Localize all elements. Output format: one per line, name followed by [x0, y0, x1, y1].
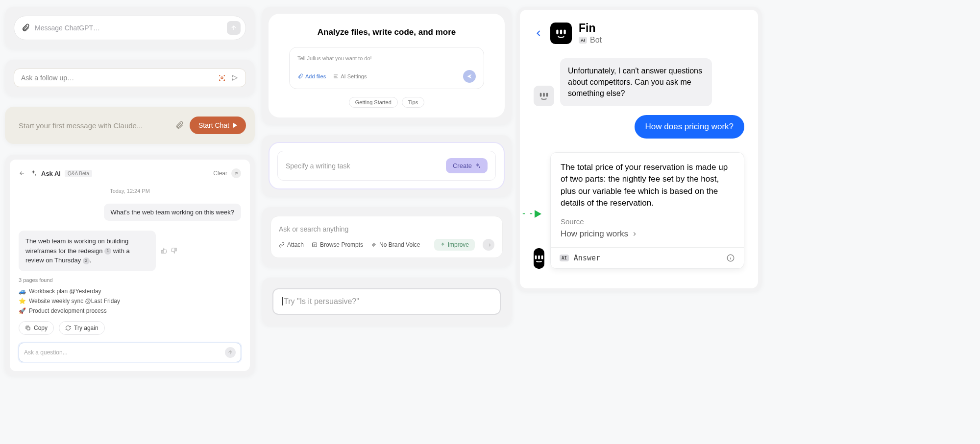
- followup-placeholder: Ask a follow up…: [21, 74, 213, 82]
- julius-card: Analyze files, write code, and more Tell…: [262, 7, 512, 124]
- persuasive-placeholder: Try "Is it persuasive?": [284, 297, 359, 305]
- svg-point-0: [221, 77, 223, 79]
- fin-message-1: Unfortunately, I can't answer questions …: [534, 58, 744, 106]
- fin-answer-card: The total price of your reservation is m…: [550, 152, 744, 269]
- ref-badge-1[interactable]: 1: [104, 248, 111, 255]
- search-box[interactable]: Ask or search anything Attach Browse Pro…: [270, 216, 503, 258]
- persuasive-input[interactable]: Try "Is it persuasive?": [272, 288, 501, 315]
- improve-label: Improve: [448, 241, 469, 248]
- chip-getting-started[interactable]: Getting Started: [349, 97, 398, 108]
- answer-footer: AI Answer: [551, 247, 744, 268]
- send-button[interactable]: [225, 347, 236, 358]
- attach-icon[interactable]: [21, 23, 30, 32]
- search-placeholder: Ask or search anything: [279, 223, 494, 239]
- source-label: Source: [561, 216, 734, 227]
- arrow-indicator: - -: [522, 209, 541, 219]
- thumbs-down-icon[interactable]: [171, 247, 177, 254]
- ai-badge: AI: [579, 37, 587, 44]
- page-text: Workback plan @Yesterday: [29, 288, 101, 295]
- fin-bot-message: Unfortunately, I can't answer questions …: [560, 58, 712, 106]
- improve-button[interactable]: Improve: [434, 239, 475, 251]
- ai-settings-button[interactable]: AI Settings: [333, 73, 367, 79]
- page-text: Product development process: [29, 307, 107, 314]
- add-files-button[interactable]: Add files: [297, 73, 326, 79]
- svg-rect-11: [541, 255, 543, 259]
- timestamp: Today, 12:24 PM: [19, 188, 241, 194]
- browse-prompts-button[interactable]: Browse Prompts: [312, 241, 363, 248]
- add-files-label: Add files: [305, 73, 326, 79]
- back-icon[interactable]: [534, 28, 543, 38]
- fin-card: Fin AI Bot Unfortunately, I can't answer…: [517, 7, 762, 291]
- info-icon[interactable]: [726, 254, 735, 262]
- fin-logo: [550, 23, 572, 44]
- voice-label: No Brand Voice: [379, 241, 420, 248]
- answer-label: Answer: [574, 254, 600, 262]
- ai-badge: AI: [560, 255, 569, 261]
- send-button[interactable]: [227, 21, 241, 35]
- send-button[interactable]: [483, 239, 494, 251]
- claude-placeholder[interactable]: Start your first message with Claude...: [14, 121, 169, 130]
- page-emoji: 🚀: [19, 307, 26, 314]
- ref-badge-2[interactable]: 2: [83, 257, 90, 264]
- svg-rect-8: [546, 93, 548, 96]
- pages-found: 3 pages found: [19, 277, 241, 283]
- send-button[interactable]: [463, 70, 476, 83]
- ai-settings-label: AI Settings: [341, 73, 367, 79]
- page-emoji: 🚙: [19, 288, 26, 295]
- bot-label: Bot: [590, 36, 602, 45]
- search-card: Ask or search anything Attach Browse Pro…: [262, 207, 512, 267]
- askai-input[interactable]: Ask a question...: [19, 343, 241, 362]
- user-message: How does pricing work?: [635, 115, 744, 139]
- create-label: Create: [453, 162, 472, 169]
- attach-label: Attach: [287, 241, 304, 248]
- julius-input-box[interactable]: Tell Julius what you want to do! Add fil…: [289, 47, 484, 89]
- svg-rect-9: [535, 255, 537, 259]
- expand-icon[interactable]: [231, 168, 241, 178]
- claude-card: Start your first message with Claude... …: [5, 107, 255, 144]
- user-message: What's the web team working on this week…: [104, 204, 242, 221]
- tryagain-label: Try again: [74, 325, 98, 331]
- start-chat-label: Start Chat: [198, 121, 229, 129]
- chevron-right-icon: [631, 231, 638, 237]
- svg-rect-3: [556, 29, 558, 34]
- fin-header: Fin AI Bot: [534, 22, 744, 45]
- source-link-text: How pricing works: [561, 228, 628, 240]
- followup-card: Ask a follow up…: [5, 60, 255, 96]
- svg-rect-10: [538, 255, 540, 259]
- julius-title: Analyze files, write code, and more: [289, 27, 484, 37]
- play-icon: [233, 123, 237, 128]
- sparkle-icon: [29, 169, 37, 177]
- page-result-3[interactable]: 🚀Product development process: [19, 307, 241, 314]
- create-button[interactable]: Create: [446, 158, 488, 173]
- writing-card: Specify a writing task Create: [262, 135, 512, 196]
- answer-text-3: .: [90, 257, 92, 264]
- page-result-1[interactable]: 🚙Workback plan @Yesterday: [19, 288, 241, 295]
- svg-rect-5: [564, 29, 565, 34]
- svg-rect-1: [27, 327, 30, 330]
- thumbs-up-icon[interactable]: [161, 247, 168, 254]
- brand-voice-button[interactable]: No Brand Voice: [371, 241, 420, 248]
- start-chat-button[interactable]: Start Chat: [190, 117, 246, 134]
- attach-button[interactable]: Attach: [279, 241, 304, 248]
- source-link[interactable]: How pricing works: [561, 228, 734, 240]
- page-result-2[interactable]: ⭐Website weekly sync @Last Friday: [19, 298, 241, 304]
- fin-name: Fin: [579, 22, 602, 35]
- attach-icon[interactable]: [175, 121, 184, 130]
- svg-rect-7: [543, 93, 545, 96]
- fin-avatar: [534, 86, 554, 106]
- tryagain-button[interactable]: Try again: [59, 321, 105, 335]
- chatgpt-card: Message ChatGPT…: [5, 7, 255, 49]
- clear-button[interactable]: Clear: [213, 170, 227, 177]
- followup-input[interactable]: Ask a follow up…: [14, 69, 246, 87]
- copy-button[interactable]: Copy: [19, 321, 54, 335]
- writing-input[interactable]: Specify a writing task Create: [277, 151, 496, 181]
- ai-message: The web team is working on building wire…: [19, 231, 156, 271]
- askai-header: Ask AI Q&A Beta Clear: [19, 168, 241, 178]
- send-icon[interactable]: [231, 74, 239, 82]
- chatgpt-input[interactable]: Message ChatGPT…: [14, 16, 246, 40]
- svg-rect-2: [313, 243, 317, 247]
- chip-tips[interactable]: Tips: [402, 97, 424, 108]
- scan-icon[interactable]: [218, 74, 226, 82]
- svg-rect-4: [560, 29, 562, 34]
- back-icon[interactable]: [19, 170, 25, 177]
